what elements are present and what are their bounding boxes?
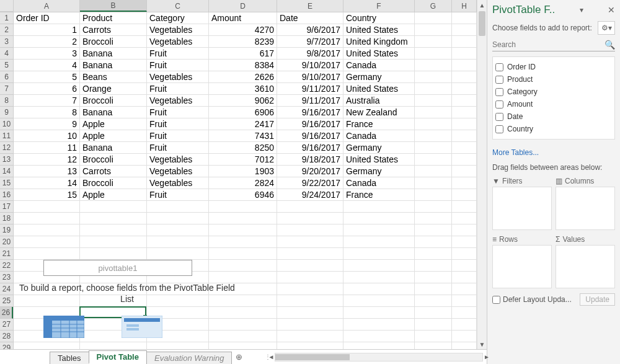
cell[interactable]: Australia (343, 95, 415, 107)
cell[interactable]: Banana (80, 60, 147, 71)
cell[interactable]: Fruit (147, 60, 209, 71)
cell[interactable]: Vegetables (147, 177, 209, 189)
cell[interactable] (80, 236, 147, 248)
col-header-G[interactable]: G (415, 0, 452, 12)
cell[interactable] (277, 260, 343, 272)
cell[interactable] (452, 260, 477, 272)
cell[interactable]: Vegetables (147, 36, 209, 48)
row-header-21[interactable]: 21 (0, 248, 13, 260)
cell[interactable]: 15 (14, 189, 80, 201)
cell[interactable]: 9/7/2017 (277, 36, 343, 48)
scroll-left-icon[interactable]: ◄ (267, 353, 275, 361)
cell[interactable]: Fruit (147, 189, 209, 201)
cell[interactable] (452, 130, 477, 142)
cell[interactable] (147, 272, 209, 283)
cell[interactable] (277, 295, 343, 307)
cell[interactable]: Fruit (147, 118, 209, 130)
scroll-up-icon[interactable]: ▲ (477, 0, 487, 10)
cell[interactable] (80, 213, 147, 224)
columns-area[interactable]: ▥Columns (556, 175, 615, 230)
cell[interactable]: Broccoli (80, 154, 147, 166)
cell[interactable]: 9/16/2017 (277, 107, 343, 118)
cell[interactable] (415, 83, 452, 95)
cell[interactable]: Carrots (80, 166, 147, 177)
columns-dropzone[interactable] (556, 187, 615, 230)
row-header-10[interactable]: 10 (0, 118, 13, 130)
cell[interactable] (452, 177, 477, 189)
cell[interactable]: Product (80, 12, 147, 24)
cell[interactable] (14, 331, 80, 342)
cell[interactable]: Carrots (80, 24, 147, 36)
row-header-5[interactable]: 5 (0, 60, 13, 71)
cell[interactable] (209, 295, 277, 307)
cell[interactable]: 2824 (209, 177, 277, 189)
cell[interactable]: 6 (14, 83, 80, 95)
field-search[interactable]: 🔍 (492, 38, 615, 51)
cell[interactable] (415, 142, 452, 154)
scroll-down-icon[interactable]: ▼ (477, 339, 487, 349)
cell[interactable] (343, 283, 415, 295)
cell[interactable] (452, 83, 477, 95)
row-header-6[interactable]: 6 (0, 71, 13, 83)
cell[interactable] (415, 154, 452, 166)
cell[interactable]: 9/16/2017 (277, 130, 343, 142)
cell[interactable]: 1 (14, 24, 80, 36)
cell[interactable]: 9/11/2017 (277, 83, 343, 95)
defer-checkbox-input[interactable] (492, 296, 500, 304)
cell[interactable]: 9/10/2017 (277, 71, 343, 83)
cell[interactable] (343, 236, 415, 248)
vscroll-thumb[interactable] (479, 11, 485, 36)
cell[interactable]: Beans (80, 71, 147, 83)
cell[interactable] (452, 166, 477, 177)
cell[interactable] (452, 95, 477, 107)
field-checkbox[interactable] (495, 125, 503, 133)
cell[interactable] (80, 342, 147, 349)
cell[interactable] (209, 283, 277, 295)
field-checkbox[interactable] (495, 88, 503, 96)
cell[interactable]: 4270 (209, 24, 277, 36)
cell[interactable]: 11 (14, 142, 80, 154)
cell[interactable]: Vegetables (147, 24, 209, 36)
cell[interactable] (452, 331, 477, 342)
cell[interactable] (80, 260, 147, 272)
col-header-D[interactable]: D (209, 0, 277, 12)
cell[interactable] (80, 319, 147, 331)
cell[interactable] (80, 272, 147, 283)
cell[interactable] (415, 60, 452, 71)
cell[interactable] (452, 236, 477, 248)
cell[interactable]: United States (343, 154, 415, 166)
cell[interactable] (415, 272, 452, 283)
cell[interactable] (147, 319, 209, 331)
cell[interactable]: Fruit (147, 142, 209, 154)
cell[interactable] (209, 213, 277, 224)
panel-dropdown-icon[interactable]: ▾ (580, 6, 583, 14)
cell[interactable]: Fruit (147, 130, 209, 142)
cell[interactable] (80, 248, 147, 260)
cell[interactable] (209, 224, 277, 236)
cell[interactable]: Germany (343, 142, 415, 154)
cell[interactable]: France (343, 189, 415, 201)
cell[interactable]: 9/22/2017 (277, 177, 343, 189)
row-header-2[interactable]: 2 (0, 24, 13, 36)
cell[interactable] (343, 307, 415, 319)
cell[interactable]: 9/10/2017 (277, 60, 343, 71)
cell[interactable] (415, 319, 452, 331)
cell[interactable] (277, 213, 343, 224)
cell[interactable]: United States (343, 48, 415, 60)
cell[interactable] (452, 24, 477, 36)
cell[interactable] (14, 342, 80, 349)
cell[interactable] (80, 201, 147, 213)
cells-area[interactable]: Order IDProductCategoryAmountDateCountry… (14, 12, 477, 349)
row-header-25[interactable]: 25 (0, 295, 13, 307)
field-item-category[interactable]: Category (495, 86, 612, 98)
cell[interactable] (452, 60, 477, 71)
cell[interactable]: New Zealand (343, 107, 415, 118)
row-header-4[interactable]: 4 (0, 48, 13, 60)
sheet-tab-pivot-table[interactable]: Pivot Table (89, 350, 147, 364)
row-header-1[interactable]: 1 (0, 12, 13, 24)
cell[interactable] (452, 36, 477, 48)
field-item-date[interactable]: Date (495, 110, 612, 123)
cell[interactable]: 7431 (209, 130, 277, 142)
cell[interactable] (415, 71, 452, 83)
cell[interactable]: 2 (14, 36, 80, 48)
